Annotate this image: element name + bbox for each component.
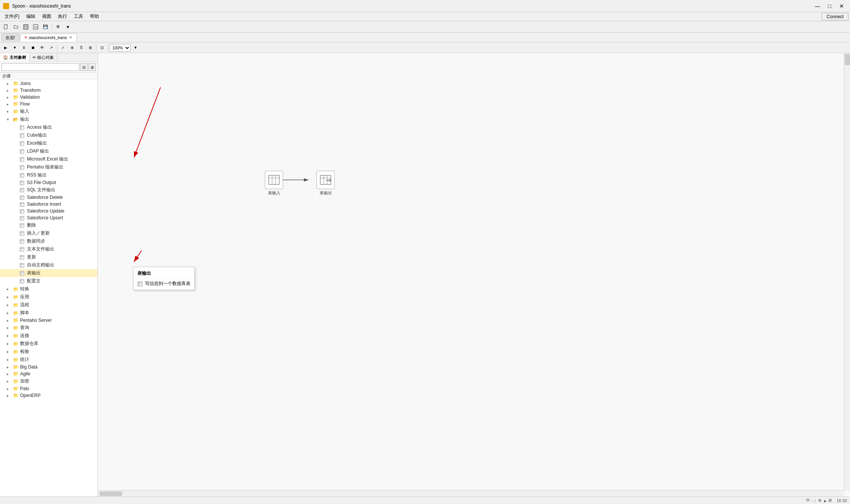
check-button[interactable]: ✓ — [59, 44, 67, 52]
sidebar-item-sf-upsert[interactable]: Salesforce Upsert — [0, 214, 98, 221]
minimize-button[interactable]: — — [812, 1, 823, 11]
sidebar-item-access-output[interactable]: Access 输出 — [0, 123, 98, 131]
sidebar-item-openerp[interactable]: ▸📁OpenERP — [0, 392, 98, 399]
sidebar-item-script[interactable]: ▸📁脚本 — [0, 309, 98, 317]
zoom-select[interactable]: 100% 75% 50% 125% 150% — [110, 44, 131, 52]
sidebar-search-input[interactable] — [2, 63, 79, 71]
stop-button[interactable]: ⏹ — [29, 44, 37, 52]
sidebar-item-input[interactable]: ▸📁输入 — [0, 107, 98, 115]
preview-button[interactable]: 👁 — [38, 44, 46, 52]
sidebar-item-sf-insert[interactable]: Salesforce Insert — [0, 201, 98, 208]
sidebar-item-joins[interactable]: ▸📁Joins — [0, 80, 98, 87]
connect-button[interactable]: Connect — [822, 13, 848, 20]
save-button[interactable] — [21, 22, 30, 32]
folder-icon-script: 📁 — [13, 310, 19, 316]
folder-icon-bigdata: 📁 — [13, 364, 19, 370]
scrollbar-vertical[interactable] — [844, 53, 850, 490]
run-button[interactable]: ▶ — [2, 44, 10, 52]
sidebar-item-validation[interactable]: ▸📁Validation — [0, 94, 98, 101]
sidebar-item-palo[interactable]: ▸📁Palo — [0, 385, 98, 392]
sidebar-item-sf-delete[interactable]: Salesforce Delete — [0, 194, 98, 201]
tab-transform[interactable]: ✕ xiaoshouceshi_trans ✕ — [20, 33, 77, 42]
save-as-button[interactable]: AS — [31, 22, 40, 32]
impact-button[interactable]: ⊕ — [68, 44, 76, 52]
sidebar-item-rss-output[interactable]: RSS 输出 — [0, 171, 98, 179]
maximize-button[interactable]: □ — [824, 1, 835, 11]
sidebar-item-delete[interactable]: 删除 — [0, 221, 98, 229]
sidebar-item-transform[interactable]: ▸📁Transform — [0, 87, 98, 94]
tree-label-apps: 应用 — [20, 294, 29, 300]
folder-icon-encrypt: 📁 — [13, 379, 19, 384]
sidebar-item-flow[interactable]: ▸📁Flow — [0, 101, 98, 107]
sidebar-item-encrypt[interactable]: ▸📁加密 — [0, 377, 98, 385]
sidebar-item-s3-output[interactable]: S3 File Output — [0, 179, 98, 186]
sidebar-tab-core[interactable]: ✏ 核心对象 — [30, 53, 57, 62]
sidebar-item-table-output[interactable]: 表输出 — [0, 269, 98, 277]
sidebar-item-agile[interactable]: ▸📁Agile — [0, 370, 98, 377]
svg-rect-74 — [320, 175, 331, 184]
canvas-area[interactable]: 表输入 表输出 表输出 — [98, 53, 850, 496]
tree-label-access-output: Access 输出 — [27, 124, 52, 131]
sidebar-item-update[interactable]: 更新 — [0, 253, 98, 261]
flow-node-table-input[interactable]: 表输入 — [265, 171, 283, 196]
dropdown-button[interactable]: ▼ — [63, 22, 72, 32]
sidebar-item-query[interactable]: ▸📁查询 — [0, 324, 98, 332]
step-button[interactable]: ↗ — [47, 44, 55, 52]
sidebar-item-pentaho-server[interactable]: ▸📁Pentaho Server — [0, 317, 98, 324]
menu-file[interactable]: 文件(F) — [2, 13, 22, 20]
sidebar-item-sql-output[interactable]: SQL 文件输出 — [0, 186, 98, 194]
sidebar-item-pentaho-output[interactable]: Pentaho 报表输出 — [0, 163, 98, 171]
tree-label-joins: Joins — [20, 81, 31, 86]
close-button[interactable]: ✕ — [836, 1, 847, 11]
menu-run[interactable]: 执行 — [55, 13, 70, 20]
save-all-button[interactable]: 💾 — [41, 22, 50, 32]
sidebar-item-ldap-output[interactable]: LDAP 输出 — [0, 147, 98, 155]
sidebar-search-collapse-button[interactable]: ⊟ — [80, 63, 88, 71]
settings-button[interactable]: ⚙ — [54, 22, 63, 32]
menu-view[interactable]: 视图 — [39, 13, 54, 20]
node-box-table-input[interactable] — [265, 171, 283, 189]
sidebar-item-bigdata[interactable]: ▸📁Big Data — [0, 364, 98, 370]
open-button[interactable] — [11, 22, 20, 32]
menu-edit[interactable]: 编辑 — [23, 13, 38, 20]
menu-tools[interactable]: 工具 — [71, 13, 86, 20]
sidebar-item-apps[interactable]: ▸📁应用 — [0, 293, 98, 301]
canvas-separator-2 — [96, 44, 96, 52]
sidebar-item-output[interactable]: ▾📂输出 — [0, 115, 98, 123]
sidebar-item-data-sync[interactable]: 数据同步 — [0, 237, 98, 245]
sidebar-item-stats[interactable]: ▸📁统计 — [0, 356, 98, 364]
sidebar-tab-main[interactable]: 🏠 主对象树 — [0, 53, 30, 62]
explore-button[interactable]: ⊞ — [86, 44, 94, 52]
run-dropdown-button[interactable]: ▼ — [11, 44, 19, 52]
menu-help[interactable]: 帮助 — [87, 13, 102, 20]
tab-close-button[interactable]: ✕ — [68, 35, 73, 39]
sidebar-item-convert[interactable]: ▸📁转换 — [0, 285, 98, 293]
pause-button[interactable]: ⏸ — [20, 44, 28, 52]
sidebar-item-database[interactable]: ▸📁数据仓库 — [0, 340, 98, 348]
sidebar-item-connect[interactable]: ▸📁连接 — [0, 332, 98, 340]
svg-line-85 — [134, 250, 142, 262]
flow-node-table-output[interactable]: 表输出 — [316, 171, 335, 196]
node-icon-ldap-output — [20, 149, 26, 154]
snap-button[interactable]: ⊡ — [98, 44, 106, 52]
sidebar-item-msexcel-output[interactable]: Microsoft Excel 输出 — [0, 155, 98, 163]
folder-icon-pentaho-server: 📁 — [13, 318, 19, 323]
sidebar-item-sf-update[interactable]: Salesforce Update — [0, 208, 98, 214]
node-box-table-output[interactable] — [316, 171, 335, 189]
sidebar-item-insert-update[interactable]: 插入／更新 — [0, 229, 98, 237]
sidebar-item-excel-output[interactable]: Excel输出 — [0, 139, 98, 147]
node-icon-insert-update — [20, 231, 26, 236]
scrollbar-horizontal[interactable] — [98, 490, 844, 496]
sidebar-item-text-output[interactable]: 文本文件输出 — [0, 245, 98, 253]
new-file-button[interactable] — [2, 22, 11, 32]
sidebar-item-check[interactable]: ▸📁检验 — [0, 348, 98, 356]
zoom-dropdown-button[interactable]: ▼ — [131, 44, 140, 52]
tab-welcome[interactable]: 欢迎! — [2, 33, 19, 42]
sidebar-item-cube-output[interactable]: Cube输出 — [0, 131, 98, 139]
sql-button[interactable]: S — [77, 44, 85, 52]
sidebar-item-auto-doc-output[interactable]: 自动文档输出 — [0, 261, 98, 269]
sidebar-item-workflow[interactable]: ▸📁流程 — [0, 301, 98, 309]
sidebar-item-config[interactable]: 配置文 — [0, 277, 98, 285]
sidebar-search-expand-button[interactable]: ⊞ — [88, 63, 96, 71]
tree-arrow-check: ▸ — [7, 350, 13, 354]
